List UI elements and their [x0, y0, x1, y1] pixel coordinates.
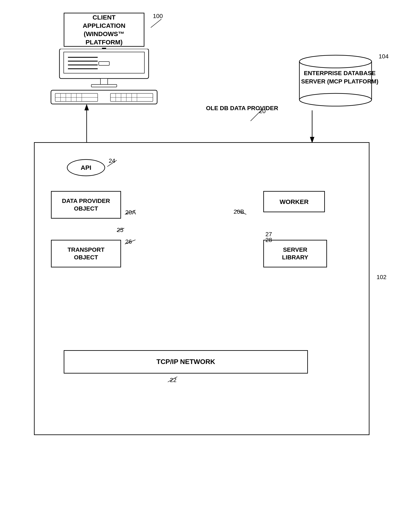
ref-20a-arrow	[123, 209, 140, 215]
ref-104: 104	[379, 53, 389, 60]
diagram-container: CLIENT APPLICATION (WINDOWS™ PLATFORM) 1…	[21, 6, 393, 516]
api-oval: API	[67, 159, 105, 176]
data-provider-obj-box: DATA PROVIDER OBJECT	[51, 191, 121, 218]
svg-point-44	[299, 93, 372, 106]
svg-point-43	[299, 55, 372, 68]
transport-obj-box: TRANSPORT OBJECT	[51, 240, 121, 267]
svg-line-48	[125, 240, 135, 244]
tcpip-label: TCP/IP NETWORK	[156, 358, 215, 366]
ref-26-arrow	[123, 239, 140, 245]
svg-line-50	[236, 210, 246, 214]
ref-22-arrow	[166, 376, 183, 383]
svg-rect-26	[91, 85, 117, 87]
server-library-label: SERVER LIBRARY	[282, 246, 308, 262]
main-rect	[34, 142, 369, 435]
ref-102: 102	[376, 274, 386, 280]
client-app-box: CLIENT APPLICATION (WINDOWS™ PLATFORM)	[64, 13, 144, 47]
api-label: API	[81, 164, 91, 171]
ref-27: 27	[265, 231, 272, 238]
worker-label: WORKER	[280, 198, 309, 206]
transport-obj-label: TRANSPORT OBJECT	[68, 246, 105, 262]
svg-line-17	[151, 19, 161, 28]
svg-line-51	[168, 377, 177, 382]
ref-20: 20	[259, 108, 266, 115]
svg-rect-24	[99, 61, 109, 65]
ref-25-arrow	[115, 227, 127, 232]
tcpip-box: TCP/IP NETWORK	[64, 350, 308, 374]
svg-rect-25	[100, 79, 108, 85]
svg-line-46	[107, 160, 117, 166]
server-library-box: SERVER LIBRARY	[263, 240, 327, 267]
ref-20-arrow	[244, 108, 270, 125]
svg-line-47	[125, 210, 135, 214]
ref-24-arrow	[105, 159, 122, 168]
data-provider-obj-label: DATA PROVIDER OBJECT	[62, 197, 110, 213]
svg-rect-27	[51, 90, 157, 104]
worker-box: WORKER	[263, 191, 325, 212]
enterprise-db-label: ENTERPRISE DATABASE SERVER (MCP PLATFORM…	[299, 69, 380, 86]
ref-100-arrow	[144, 17, 166, 30]
client-app-label: CLIENT APPLICATION (WINDOWS™ PLATFORM)	[83, 13, 125, 46]
svg-line-49	[117, 228, 124, 231]
computer-illustration	[43, 49, 166, 108]
ref-20b-arrow	[232, 209, 249, 215]
